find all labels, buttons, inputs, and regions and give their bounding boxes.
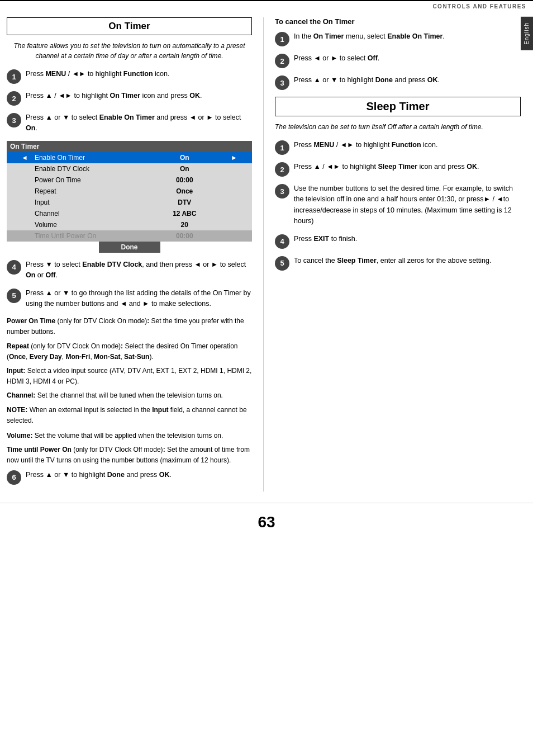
detail-block-2: Volume: Set the volume that will be appl… [7, 431, 252, 466]
power-on-time-arrow-right [227, 174, 252, 186]
step-6-text: Press ▲ or ▼ to highlight Done and press… [26, 470, 252, 480]
table-done-row: Done [7, 242, 252, 254]
table-row-volume: Volume 20 [7, 219, 252, 230]
input-value: DTV [141, 197, 227, 208]
sleep-step-5-num: 5 [275, 256, 289, 271]
top-bar: CONTROLS AND FEATURES [0, 0, 533, 12]
time-until-power-on-label: Time Until Power On [31, 230, 142, 242]
sleep-step-1-row: 1 Press MENU / ◄► to highlight Function … [275, 140, 521, 155]
step-5-text: Press ▲ or ▼ to go through the list addi… [26, 288, 252, 310]
enable-on-timer-arrow-left: ◄ [7, 152, 31, 163]
detail-channel: Channel: Set the channel that will be tu… [7, 390, 252, 401]
table-row-channel: Channel 12 ABC [7, 208, 252, 219]
repeat-value: Once [141, 186, 227, 197]
time-until-power-on-arrow-right [227, 230, 252, 242]
step-2-num: 2 [7, 91, 21, 106]
repeat-arrow-right [227, 186, 252, 197]
sleep-step-2-text: Press ▲ / ◄► to highlight Sleep Timer ic… [294, 162, 521, 172]
volume-arrow-left [7, 219, 31, 230]
sleep-step-5-text: To cancel the Sleep Timer, enter all zer… [294, 256, 521, 266]
cancel-step-3-num: 3 [275, 75, 289, 90]
sleep-step-3-num: 3 [275, 184, 289, 199]
sleep-step-3-text: Use the number buttons to set the desire… [294, 183, 521, 227]
volume-label: Volume [31, 219, 142, 230]
step-6-num: 6 [7, 470, 21, 485]
input-arrow-right [227, 197, 252, 208]
ontimer-table: On Timer ◄ Enable On Timer On ► Enable D… [7, 141, 252, 254]
cancel-step-3-row: 3 Press ▲ or ▼ to highlight Done and pre… [275, 75, 521, 90]
step-2-row: 2 Press ▲ / ◄► to highlight On Timer ico… [7, 91, 252, 106]
cancel-step-2-text: Press ◄ or ► to select Off. [294, 53, 521, 64]
note-block: NOTE: When an external input is selected… [7, 405, 252, 426]
sleep-step-2-row: 2 Press ▲ / ◄► to highlight Sleep Timer … [275, 162, 521, 177]
input-label: Input [31, 197, 142, 208]
table-row-power-on-time: Power On Time 00:00 [7, 174, 252, 186]
dtv-clock-arrow-left [7, 163, 31, 174]
power-on-time-label: Power On Time [31, 174, 142, 186]
volume-arrow-right [227, 219, 252, 230]
sleep-step-3-row: 3 Use the number buttons to set the desi… [275, 183, 521, 227]
enable-on-timer-label: Enable On Timer [31, 152, 142, 163]
done-button[interactable]: Done [99, 242, 160, 253]
input-arrow-left [7, 197, 31, 208]
table-row-dtv-clock: Enable DTV Clock On [7, 163, 252, 174]
channel-arrow-left [7, 208, 31, 219]
step-3-num: 3 [7, 113, 21, 127]
step-3-text: Press ▲ or ▼ to select Enable On Timer a… [26, 112, 252, 134]
step-4-row: 4 Press ▼ to select Enable DTV Clock, an… [7, 259, 252, 281]
step-1-row: 1 Press MENU / ◄► to highlight Function … [7, 69, 252, 84]
detail-volume: Volume: Set the volume that will be appl… [7, 431, 252, 441]
enable-on-timer-arrow-right: ► [227, 152, 252, 163]
channel-label: Channel [31, 208, 142, 219]
cancel-step-3-text: Press ▲ or ▼ to highlight Done and press… [294, 75, 521, 86]
table-header-row: On Timer [7, 141, 252, 152]
enable-on-timer-value: On [141, 152, 227, 163]
time-until-power-on-arrow-left [7, 230, 31, 242]
channel-arrow-right [227, 208, 252, 219]
cancel-step-1-row: 1 In the On Timer menu, select Enable On… [275, 31, 521, 46]
sleep-step-4-num: 4 [275, 234, 289, 249]
sleep-timer-title: Sleep Timer [275, 97, 521, 116]
table-header-cell: On Timer [7, 141, 252, 152]
step-2-text: Press ▲ / ◄► to highlight On Timer icon … [26, 91, 252, 101]
table-row-enable-on-timer: ◄ Enable On Timer On ► [7, 152, 252, 163]
main-content: On Timer The feature allows you to set t… [0, 12, 533, 497]
sleep-timer-intro: The television can be set to turn itself… [275, 122, 521, 132]
power-on-time-arrow-left [7, 174, 31, 186]
channel-value: 12 ABC [141, 208, 227, 219]
step-4-num: 4 [7, 260, 21, 275]
time-until-power-on-value: 00:00 [141, 230, 227, 242]
left-column: On Timer The feature allows you to set t… [7, 17, 264, 492]
repeat-label: Repeat [31, 186, 142, 197]
step-6-row: 6 Press ▲ or ▼ to highlight Done and pre… [7, 470, 252, 485]
on-timer-title: On Timer [7, 17, 252, 35]
step-5-num: 5 [7, 289, 21, 303]
detail-repeat: Repeat (only for DTV Clock On mode): Sel… [7, 341, 252, 362]
sleep-step-4-text: Press EXIT to finish. [294, 234, 521, 244]
cancel-step-2-row: 2 Press ◄ or ► to select Off. [275, 53, 521, 68]
cancel-step-2-num: 2 [275, 54, 289, 68]
side-tab: English [521, 17, 533, 50]
detail-input: Input: Select a video input source (ATV,… [7, 366, 252, 387]
detail-power-on-time: Power On Time (only for DTV Clock On mod… [7, 316, 252, 337]
repeat-arrow-left [7, 186, 31, 197]
top-label: CONTROLS AND FEATURES [432, 3, 526, 10]
cancel-step-1-text: In the On Timer menu, select Enable On T… [294, 31, 521, 42]
sleep-step-1-num: 1 [275, 140, 289, 155]
step-3-row: 3 Press ▲ or ▼ to select Enable On Timer… [7, 112, 252, 134]
step-5-row: 5 Press ▲ or ▼ to go through the list ad… [7, 288, 252, 310]
step-1-text: Press MENU / ◄► to highlight Function ic… [26, 69, 252, 79]
sleep-step-2-num: 2 [275, 162, 289, 177]
dtv-clock-label: Enable DTV Clock [31, 163, 142, 174]
step-1-num: 1 [7, 69, 21, 84]
page-number: 63 [0, 503, 533, 537]
step-4-text: Press ▼ to select Enable DTV Clock, and … [26, 259, 252, 281]
table-row-input: Input DTV [7, 197, 252, 208]
table-row-time-until-power-on: Time Until Power On 00:00 [7, 230, 252, 242]
detail-time-until-power-on: Time until Power On (only for DTV Clock … [7, 445, 252, 466]
table-row-repeat: Repeat Once [7, 186, 252, 197]
dtv-clock-arrow-right [227, 163, 252, 174]
detail-block-1: Power On Time (only for DTV Clock On mod… [7, 316, 252, 401]
sleep-step-5-row: 5 To cancel the Sleep Timer, enter all z… [275, 256, 521, 271]
dtv-clock-value: On [141, 163, 227, 174]
